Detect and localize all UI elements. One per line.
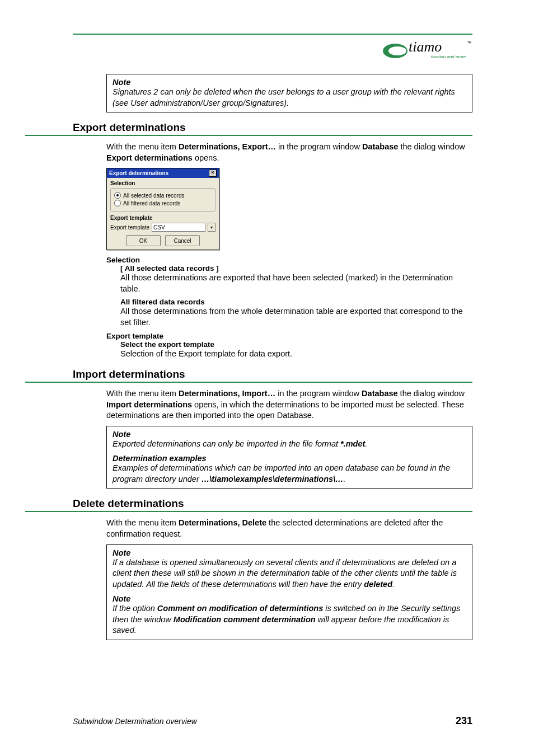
txt: With the menu item (106, 518, 179, 527)
ok-button[interactable]: OK (126, 235, 161, 246)
txt: If the option (113, 604, 157, 613)
txt: . (344, 475, 346, 483)
note-title: Note (113, 548, 466, 557)
note-text: If a database is opened simultaneously o… (113, 557, 466, 590)
note-import-format: Note Exported determinations can only be… (106, 426, 472, 489)
txt: opens. (193, 153, 219, 162)
note-title-examples: Determination examples (113, 454, 466, 463)
txt: in the program window (275, 389, 362, 398)
footer-section-name: Subwindow Determination overview (73, 717, 197, 726)
note-text: Signatures 2 can only be deleted when th… (113, 87, 466, 109)
export-dialog: Export determinations × Selection All se… (106, 168, 219, 250)
note-text-examples: Examples of determinations which can be … (113, 463, 466, 485)
note-delete-clients: Note If a database is opened simultaneou… (106, 544, 472, 640)
txt: With the menu item (106, 389, 179, 398)
logo-tagline: titration and more (431, 54, 466, 59)
group-selection: All selected data records All filtered d… (110, 188, 216, 212)
heading-delete: Delete determinations (25, 497, 472, 512)
def-template: Export template (106, 332, 472, 340)
radio-label: All filtered data records (123, 200, 180, 206)
note-title: Note (113, 78, 466, 87)
def-template-text: Selection of the Export template for dat… (120, 349, 472, 360)
option-name: Comment on modification of determintions (157, 604, 323, 613)
txt: . (392, 580, 395, 589)
def-selection: Selection (106, 256, 472, 264)
window-database: Database (362, 389, 397, 398)
val-deleted: deleted (364, 580, 392, 589)
txt: Exported determinations can only be impo… (113, 439, 340, 448)
note-text-2: If the option Comment on modification of… (113, 603, 466, 636)
cancel-button[interactable]: Cancel (165, 235, 200, 246)
txt: in the program window (276, 142, 362, 151)
heading-export: Export determinations (25, 121, 472, 136)
def-selection-sub2: All filtered data records (120, 298, 472, 306)
template-combo[interactable]: CSV (152, 223, 205, 232)
group-template-label: Export template (110, 215, 216, 221)
delete-intro: With the menu item Determinations, Delet… (106, 518, 472, 539)
close-icon[interactable]: × (209, 170, 217, 177)
radio-all-selected[interactable]: All selected data records (114, 192, 212, 199)
group-selection-label: Selection (110, 180, 216, 186)
radio-label: All selected data records (123, 192, 185, 199)
def-selection-text1: All those determinations are exported th… (120, 273, 472, 294)
menu-item-delete: Determinations, Delete (179, 518, 266, 527)
file-format: *.mdet (340, 439, 365, 448)
header-rule (73, 34, 472, 35)
radio-icon (114, 200, 121, 206)
txt: . (365, 439, 367, 448)
note-text: Exported determinations can only be impo… (113, 439, 466, 450)
note-title: Note (113, 430, 466, 439)
brand-logo: tiamo ™ titration and more (383, 37, 472, 60)
template-field-label: Export template (110, 224, 149, 231)
txt: If a database is opened simultaneously o… (113, 558, 457, 589)
dialog-title-text: Export determinations (109, 170, 168, 176)
window-name: Modification comment determination (174, 615, 316, 624)
dialog-name: Export determinations (106, 153, 193, 162)
import-intro: With the menu item Determinations, Impor… (106, 388, 472, 421)
page-footer: Subwindow Determination overview 231 (73, 715, 472, 727)
txt: With the menu item (106, 142, 179, 151)
note-title-2: Note (113, 594, 466, 603)
svg-point-1 (388, 46, 406, 55)
path: …\tiamo\examples\determinations\… (202, 475, 344, 483)
menu-item-export: Determinations, Export… (179, 142, 276, 151)
txt: the dialog window (398, 142, 465, 151)
chevron-down-icon[interactable]: ▾ (208, 223, 216, 232)
note-signatures: Note Signatures 2 can only be deleted wh… (106, 74, 472, 112)
def-selection-text2: All those determinations from the whole … (120, 306, 472, 328)
combo-value: CSV (153, 224, 165, 231)
logo-tm: ™ (467, 40, 472, 46)
export-intro: With the menu item Determinations, Expor… (106, 142, 472, 163)
window-database: Database (362, 142, 398, 151)
dialog-titlebar: Export determinations × (107, 168, 219, 178)
radio-all-filtered[interactable]: All filtered data records (114, 200, 212, 206)
def-selection-sub1: [ All selected data records ] (120, 264, 472, 273)
dialog-import-name: Import determinations (106, 400, 192, 409)
def-template-sub: Select the export template (120, 340, 472, 349)
page-number: 231 (456, 715, 472, 727)
menu-item-import: Determinations, Import… (179, 389, 275, 398)
heading-import: Import determinations (25, 368, 472, 383)
txt: the dialog window (398, 389, 465, 398)
logo-text: tiamo (409, 39, 442, 55)
radio-icon (114, 192, 121, 199)
